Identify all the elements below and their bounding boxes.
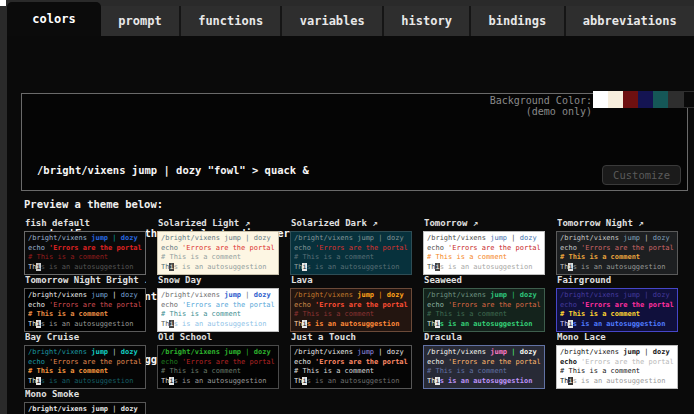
theme-sample-string-line: echo 'Errors are the portals to discover… [427, 244, 541, 254]
tab-bindings[interactable]: bindings [469, 6, 563, 36]
token-jump: jump [357, 234, 374, 242]
theme-sample-autosuggestion-line: This is an autosuggestion [28, 377, 142, 387]
theme-title: Seaweed [424, 275, 545, 287]
theme-sample-command-line: /bright/vixens jump | dozy "fowl" > quac… [427, 234, 541, 244]
theme-title: Bay Cruise [25, 332, 146, 344]
theme-sample-command-line: /bright/vixens jump | dozy "fowl" > quac… [427, 348, 541, 358]
tab-colors[interactable]: colors [7, 2, 101, 36]
background-color-swatch-1[interactable] [608, 91, 623, 108]
theme-card-seaweed[interactable]: /bright/vixens jump | dozy "fowl" > quac… [423, 288, 545, 332]
token-echo: echo [427, 358, 448, 366]
token-echo: echo [294, 301, 315, 309]
token-dozy: dozy [653, 348, 670, 356]
theme-card-lava[interactable]: /bright/vixens jump | dozy "fowl" > quac… [290, 288, 412, 332]
terminal-line-command: /bright/vixens jump | dozy "fowl" > quac… [37, 160, 309, 181]
theme-card-mono-smoke[interactable]: /bright/vixens jump | dozy "fowl" > quac… [24, 402, 146, 414]
token-dozy: dozy [121, 348, 138, 356]
token-error: 'Errors are the portals to discovery [315, 244, 408, 252]
token-jump: jump [623, 291, 640, 299]
token-post: s is an autosuggestion [174, 263, 267, 271]
token-quote: "fowl" > quack & [670, 291, 674, 299]
background-color-swatch-3[interactable] [638, 91, 653, 108]
token-sep: | [241, 234, 254, 242]
token-error: 'Errors are the portals to discovery [315, 358, 408, 366]
theme-sample-comment-line: # This is a comment [294, 367, 408, 377]
theme-card-fish-default[interactable]: /bright/vixens jump | dozy "fowl" > quac… [24, 231, 146, 275]
token-dozy: dozy [387, 234, 404, 242]
theme-card-solarized-light[interactable]: /bright/vixens jump | dozy "fowl" > quac… [157, 231, 279, 275]
tab-prompt[interactable]: prompt [101, 6, 179, 36]
theme-sample-command-line: /bright/vixens jump | dozy "fowl" > quac… [28, 405, 142, 414]
token-post: s is an autosuggestion [440, 377, 533, 385]
tab-bar: colorspromptfunctionsvariableshistorybin… [0, 0, 694, 36]
theme-cell: fish default /bright/vixens jump | dozy … [24, 218, 146, 275]
token-comment: # This is a comment [28, 367, 108, 375]
token-jump: jump [91, 234, 108, 242]
token-t1: /bright/vixens [28, 348, 91, 356]
theme-sample-comment-line: # This is a comment [560, 310, 674, 320]
tab-functions[interactable]: functions [179, 6, 281, 36]
theme-sample-string-line: echo 'Errors are the portals to discover… [161, 301, 275, 311]
theme-card-tomorrow-night[interactable]: /bright/vixens jump | dozy "fowl" > quac… [556, 231, 678, 275]
theme-sample-string-line: echo 'Errors are the portals to discover… [28, 244, 142, 254]
token-quote: "fowl" > quack & [271, 348, 275, 356]
background-color-swatch-5[interactable] [668, 91, 683, 108]
theme-card-fairground[interactable]: /bright/vixens jump | dozy "fowl" > quac… [556, 288, 678, 332]
token-comment: # This is a comment [560, 253, 640, 261]
background-color-label-line1: Background Color: [407, 95, 592, 106]
theme-card-solarized-dark[interactable]: /bright/vixens jump | dozy "fowl" > quac… [290, 231, 412, 275]
token-comment: # This is a comment [294, 367, 374, 375]
theme-cell: Tomorrow Night Bright ↗ /bright/vixens j… [24, 275, 146, 332]
token-dozy: dozy [254, 291, 271, 299]
background-color-label: Background Color: (demo only) [407, 95, 592, 117]
token-dozy: dozy [121, 291, 138, 299]
theme-sample-autosuggestion-line: This is an autosuggestion [427, 263, 541, 273]
tab-abbreviations[interactable]: abbreviations [564, 6, 694, 36]
tab-history[interactable]: history [382, 6, 469, 36]
token-jump: jump [490, 348, 507, 356]
theme-sample-command-line: /bright/vixens jump | dozy "fowl" > quac… [560, 291, 674, 301]
theme-sample-autosuggestion-line: This is an autosuggestion [294, 320, 408, 330]
token-error: 'Errors are the portals to discovery [581, 244, 674, 252]
theme-sample-autosuggestion-line: This is an autosuggestion [560, 320, 674, 330]
background-color-swatch-0[interactable] [593, 91, 608, 108]
tab-variables[interactable]: variables [280, 6, 382, 36]
theme-card-bay-cruise[interactable]: /bright/vixens jump | dozy "fowl" > quac… [24, 345, 146, 389]
token-dozy: dozy [520, 291, 537, 299]
theme-card-dracula[interactable]: /bright/vixens jump | dozy "fowl" > quac… [423, 345, 545, 389]
theme-sample-command-line: /bright/vixens jump | dozy "fowl" > quac… [294, 348, 408, 358]
token-sep: | [640, 291, 653, 299]
theme-cell: Seaweed /bright/vixens jump | dozy "fowl… [423, 275, 545, 332]
token-sep: | [108, 348, 121, 356]
token-t1: /bright/vixens [560, 234, 623, 242]
background-color-swatch-2[interactable] [623, 91, 638, 108]
token-quote: "fowl" > quack & [271, 291, 275, 299]
token-sep: | [374, 291, 387, 299]
theme-sample-command-line: /bright/vixens jump | dozy "fowl" > quac… [294, 234, 408, 244]
token-echo: echo [161, 244, 182, 252]
token-t1: /bright/vixens [427, 291, 490, 299]
theme-card-just-a-touch[interactable]: /bright/vixens jump | dozy "fowl" > quac… [290, 345, 412, 389]
token-sep: | [507, 348, 520, 356]
background-color-swatch-4[interactable] [653, 91, 668, 108]
customize-button[interactable]: Customize [602, 165, 681, 185]
theme-sample-autosuggestion-line: This is an autosuggestion [161, 320, 275, 330]
background-color-swatch-6[interactable] [683, 91, 694, 108]
theme-card-tomorrow[interactable]: /bright/vixens jump | dozy "fowl" > quac… [423, 231, 545, 275]
theme-title: Solarized Dark ↗ [291, 218, 412, 230]
token-t1: /bright/vixens [427, 234, 490, 242]
theme-sample-comment-line: # This is a comment [294, 253, 408, 263]
theme-sample-comment-line: # This is a comment [427, 310, 541, 320]
theme-card-tomorrow-night-bright[interactable]: /bright/vixens jump | dozy "fowl" > quac… [24, 288, 146, 332]
token-t1: /bright/vixens [560, 348, 623, 356]
theme-card-old-school[interactable]: /bright/vixens jump | dozy "fowl" > quac… [157, 345, 279, 389]
theme-sample-autosuggestion-line: This is an autosuggestion [294, 377, 408, 387]
theme-card-snow-day[interactable]: /bright/vixens jump | dozy "fowl" > quac… [157, 288, 279, 332]
theme-sample-string-line: echo 'Errors are the portals to discover… [161, 358, 275, 368]
token-post: s is an autosuggestion [307, 377, 400, 385]
theme-card-mono-lace[interactable]: /bright/vixens jump | dozy "fowl" > quac… [556, 345, 678, 389]
token-comment: # This is a comment [294, 253, 374, 261]
theme-sample-string-line: echo 'Errors are the portals to discover… [294, 358, 408, 368]
token-quote: "fowl" > quack & [404, 348, 408, 356]
token-jump: jump [623, 348, 640, 356]
